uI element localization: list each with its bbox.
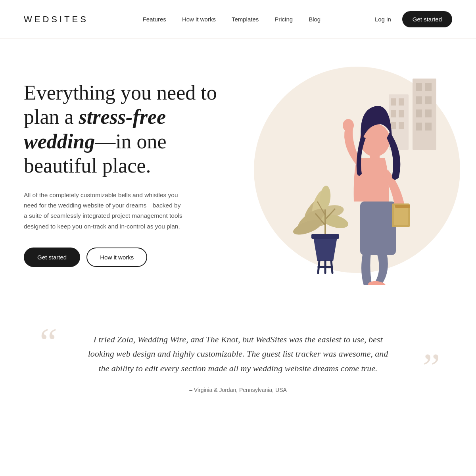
testimonial-section: “ I tried Zola, Wedding Wire, and The Kn… — [0, 301, 476, 425]
quote-open-icon: “ — [36, 322, 58, 362]
quote-close-icon: ” — [418, 347, 440, 387]
woman-illustration — [246, 63, 452, 285]
svg-point-37 — [343, 119, 354, 132]
hero-title: Everything you need to plan a stress-fre… — [24, 81, 222, 178]
svg-rect-36 — [360, 202, 396, 255]
hero-content: Everything you need to plan a stress-fre… — [24, 81, 222, 267]
login-link[interactable]: Log in — [375, 16, 391, 23]
nav-blog[interactable]: Blog — [309, 16, 321, 23]
svg-marker-28 — [313, 237, 337, 261]
hero-buttons: Get started How it works — [24, 248, 222, 267]
nav-pricing[interactable]: Pricing — [274, 16, 293, 23]
testimonial-author: – Virginia & Jordan, Pennsylvania, USA — [40, 387, 436, 393]
hero-illustration — [222, 63, 452, 285]
testimonial-quote: I tried Zola, Wedding Wire, and The Knot… — [87, 332, 389, 376]
nav-features[interactable]: Features — [143, 16, 166, 23]
svg-rect-40 — [395, 205, 410, 208]
nav-templates[interactable]: Templates — [232, 16, 259, 23]
site-logo[interactable]: WEDSITES — [24, 14, 88, 25]
nav-get-started-button[interactable]: Get started — [402, 11, 452, 27]
svg-rect-29 — [311, 234, 339, 239]
hero-subtitle: All of the completely customizable bells… — [24, 190, 182, 232]
nav-how-it-works[interactable]: How it works — [182, 16, 216, 23]
svg-rect-39 — [394, 205, 408, 225]
navbar: WEDSITES Features How it works Templates… — [0, 0, 476, 39]
hero-section: Everything you need to plan a stress-fre… — [0, 39, 476, 301]
hero-get-started-button[interactable]: Get started — [24, 248, 80, 267]
nav-links: Features How it works Templates Pricing … — [143, 16, 321, 23]
hero-how-it-works-button[interactable]: How it works — [86, 248, 147, 267]
nav-actions: Log in Get started — [375, 11, 452, 27]
